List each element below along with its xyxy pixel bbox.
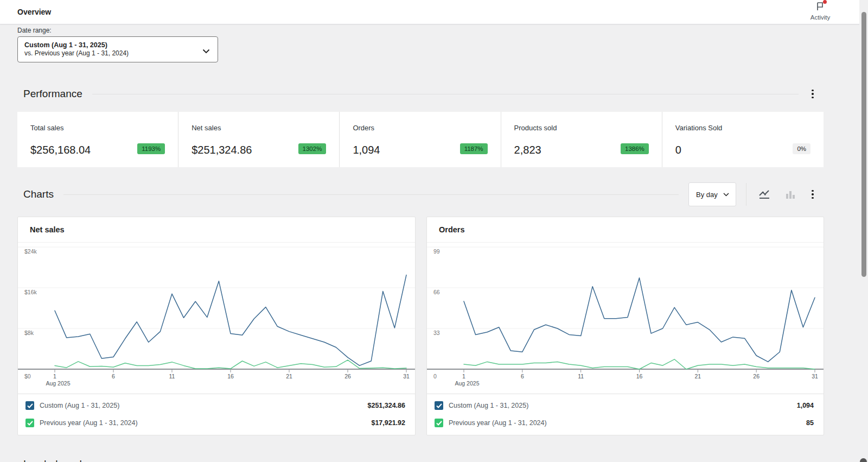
checkbox-checked[interactable] <box>25 419 34 427</box>
svg-text:66: 66 <box>433 289 440 295</box>
stat-value: $256,168.04 <box>30 144 91 156</box>
activity-label: Activity <box>804 14 837 21</box>
svg-text:6: 6 <box>112 373 115 379</box>
svg-text:26: 26 <box>753 373 760 379</box>
chevron-down-icon <box>202 46 210 56</box>
legend-label: Previous year (Aug 1 - 31, 2024) <box>449 419 547 427</box>
charts-header-row: Charts By day <box>23 186 817 202</box>
stat-value: 0 <box>675 144 681 156</box>
flag-icon <box>815 2 826 11</box>
interval-value: By day <box>696 191 718 199</box>
svg-text:Aug 2025: Aug 2025 <box>455 380 480 387</box>
bar-chart-icon[interactable] <box>782 186 799 202</box>
stat-label: Orders <box>353 124 487 132</box>
delta-badge: 0% <box>793 143 810 154</box>
charts-heading: Charts <box>23 188 54 200</box>
performance-header-row: Performance <box>23 86 817 102</box>
svg-text:11: 11 <box>169 373 175 379</box>
chart-legend: Custom (Aug 1 - 31, 2025) 1,094 Previous… <box>427 394 824 434</box>
notification-dot <box>823 0 827 4</box>
delta-badge: 1302% <box>298 143 327 154</box>
legend-item-previous[interactable]: Previous year (Aug 1 - 31, 2024) $17,921… <box>18 414 415 432</box>
svg-text:1: 1 <box>462 373 465 379</box>
legend-value: 1,094 <box>797 402 814 409</box>
svg-text:33: 33 <box>433 330 440 336</box>
date-range-dropdown[interactable]: Custom (Aug 1 - 31, 2025) vs. Previous y… <box>17 36 218 62</box>
divider <box>746 183 746 206</box>
legend-label: Custom (Aug 1 - 31, 2025) <box>40 402 119 409</box>
svg-text:1: 1 <box>53 373 56 379</box>
stat-label: Variations Sold <box>675 124 810 132</box>
chart-legend: Custom (Aug 1 - 31, 2025) $251,324.86 Pr… <box>18 394 415 434</box>
svg-text:16: 16 <box>227 373 234 379</box>
stat-value: $251,324.86 <box>192 144 252 156</box>
net-sales-line-chart[interactable]: $0$8k$16k$24k161116212631Aug 2025 <box>18 243 415 387</box>
svg-text:16: 16 <box>636 373 643 379</box>
activity-button[interactable]: Activity <box>804 2 837 23</box>
date-range-label: Date range: <box>17 27 52 34</box>
chart-title: Orders <box>427 217 824 243</box>
checkmark-icon <box>27 421 33 426</box>
svg-text:21: 21 <box>694 373 701 379</box>
stat-value: 1,094 <box>353 144 380 156</box>
svg-text:99: 99 <box>433 248 440 255</box>
legend-value: $17,921.92 <box>371 419 405 427</box>
date-range-primary: Custom (Aug 1 - 31, 2025) <box>24 41 196 49</box>
chevron-down-icon <box>723 193 729 197</box>
stat-label: Net sales <box>192 124 326 132</box>
date-range-secondary: vs. Previous year (Aug 1 - 31, 2024) <box>24 49 196 58</box>
checkmark-icon <box>436 421 442 426</box>
legend-label: Custom (Aug 1 - 31, 2025) <box>449 402 528 409</box>
charts-kebab-menu-icon[interactable] <box>808 187 817 201</box>
legend-item-current[interactable]: Custom (Aug 1 - 31, 2025) 1,094 <box>427 397 824 414</box>
svg-text:$8k: $8k <box>24 330 34 336</box>
stat-products-sold[interactable]: Products sold 2,823 1386% <box>501 112 662 167</box>
svg-text:26: 26 <box>344 373 351 379</box>
page-title: Overview <box>17 8 51 16</box>
delta-badge: 1187% <box>460 143 488 154</box>
svg-text:0: 0 <box>433 373 437 379</box>
checkmark-icon <box>436 403 442 408</box>
delta-badge: 1193% <box>137 143 165 154</box>
svg-text:11: 11 <box>578 373 584 379</box>
stat-net-sales[interactable]: Net sales $251,324.86 1302% <box>178 112 340 167</box>
stat-orders[interactable]: Orders 1,094 1187% <box>340 112 501 167</box>
checkbox-checked[interactable] <box>435 419 443 427</box>
legend-value: $251,324.86 <box>367 402 405 409</box>
svg-text:Aug 2025: Aug 2025 <box>46 380 71 387</box>
divider <box>63 194 679 195</box>
divider <box>92 94 799 94</box>
stat-total-sales[interactable]: Total sales $256,168.04 1193% <box>17 112 178 167</box>
leaderboards-heading-partial: Leaderboards <box>23 458 87 462</box>
orders-chart-card: Orders 0336699161116212631Aug 2025 Custo… <box>426 217 824 435</box>
vertical-scrollbar <box>859 0 868 462</box>
line-chart-icon[interactable] <box>756 186 773 202</box>
checkbox-checked[interactable] <box>25 401 34 410</box>
svg-text:31: 31 <box>812 373 818 379</box>
svg-text:6: 6 <box>521 373 524 379</box>
chart-title: Net sales <box>18 217 415 243</box>
delta-badge: 1386% <box>621 143 649 154</box>
checkmark-icon <box>27 403 33 408</box>
performance-kebab-menu-icon[interactable] <box>808 87 817 101</box>
svg-text:$16k: $16k <box>24 289 37 295</box>
legend-item-current[interactable]: Custom (Aug 1 - 31, 2025) $251,324.86 <box>18 397 415 414</box>
stat-value: 2,823 <box>514 144 541 156</box>
stat-label: Products sold <box>514 124 649 132</box>
checkbox-checked[interactable] <box>435 401 443 410</box>
legend-item-previous[interactable]: Previous year (Aug 1 - 31, 2024) 85 <box>427 414 824 432</box>
svg-text:$0: $0 <box>24 373 31 379</box>
stat-label: Total sales <box>30 124 165 132</box>
top-bar: Overview Activity <box>0 0 868 24</box>
scrollbar-bottom-button[interactable] <box>860 458 867 462</box>
legend-label: Previous year (Aug 1 - 31, 2024) <box>40 419 138 427</box>
interval-select[interactable]: By day <box>688 182 736 206</box>
svg-text:$24k: $24k <box>24 248 37 255</box>
stat-variations-sold[interactable]: Variations Sold 0 0% <box>662 112 824 167</box>
svg-text:21: 21 <box>286 373 292 379</box>
performance-stats-strip: Total sales $256,168.04 1193% Net sales … <box>17 112 824 167</box>
net-sales-chart-card: Net sales $0$8k$16k$24k161116212631Aug 2… <box>17 217 416 435</box>
performance-heading: Performance <box>23 88 82 100</box>
scrollbar-thumb[interactable] <box>861 12 866 277</box>
orders-line-chart[interactable]: 0336699161116212631Aug 2025 <box>427 243 824 387</box>
